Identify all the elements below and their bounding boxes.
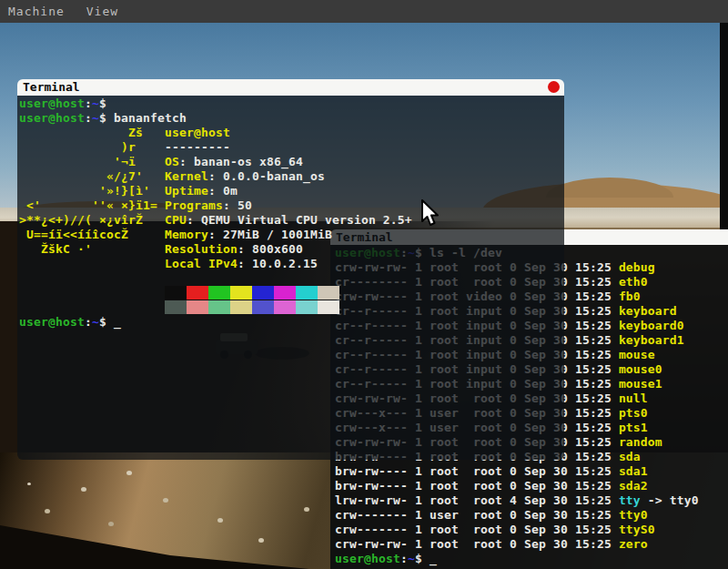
terminal-line: )r ---------: [19, 140, 564, 155]
terminal-text: [92, 242, 165, 256]
terminal1-title: Terminal: [23, 80, 80, 94]
terminal-text: 0m: [223, 184, 238, 198]
terminal-text: :: [223, 198, 238, 212]
terminal-line: Local IPv4: 10.0.2.15: [19, 257, 564, 271]
terminal-text: Local IPv4: [165, 257, 238, 270]
terminal-text: banan-os x86_64: [194, 155, 303, 168]
terminal-line: user@host:~$: [19, 97, 564, 111]
terminal-text: :: [85, 111, 92, 125]
terminal-text: [19, 286, 165, 300]
terminal-text: [157, 198, 165, 212]
terminal-text: bananfetch: [114, 111, 187, 125]
terminal-text: mouse0: [619, 362, 662, 376]
terminal-text: user@host: [19, 97, 85, 110]
terminal-text: [143, 126, 165, 139]
terminal-text: crw------- 1 user root 0 Sep 30 15:25: [335, 508, 619, 522]
palette-swatch: [296, 286, 318, 300]
terminal1-content[interactable]: user@host:~$user@host:~$ bananfetch Zš u…: [17, 96, 564, 460]
terminal-text: QEMU Virtual CPU version 2.5+: [201, 213, 412, 227]
terminal-line: ŽškC ·' Resolution: 800x600: [19, 242, 564, 257]
palette-swatch: [274, 286, 296, 300]
terminal-text: $: [99, 315, 114, 329]
terminal-text: lrw-rw-rw- 1 root root 4 Sep 30 15:25: [335, 493, 619, 507]
terminal-text: keyboard1: [619, 333, 684, 347]
terminal-text: ~: [92, 111, 99, 125]
terminal-text: user@host: [19, 315, 85, 329]
terminal-text: null: [619, 391, 648, 405]
terminal-text: 0.0.0-banan_os: [223, 169, 325, 183]
palette-swatch: [165, 286, 187, 300]
terminal-text: «/¿7': [19, 169, 143, 183]
terminal-text: OS: [165, 155, 179, 168]
terminal-text: [150, 184, 165, 198]
terminal-text: ---------: [165, 140, 230, 154]
terminal-text: $: [415, 552, 430, 565]
terminal-text: Uptime: [165, 184, 208, 198]
palette-swatch: [165, 300, 187, 314]
terminal-text: '¬ï: [19, 155, 136, 168]
terminal-line: [19, 286, 564, 300]
terminal-text: pts1: [619, 421, 648, 434]
terminal-text: eth0: [619, 275, 648, 289]
terminal-text: [143, 169, 165, 183]
terminal-text: :: [208, 184, 223, 198]
menu-view[interactable]: View: [86, 5, 118, 18]
terminal-text: mouse: [619, 348, 655, 361]
terminal-line: >**¿<+)//( ×¿vîrŽ CPU: QEMU Virtual CPU …: [19, 213, 564, 228]
terminal-line: user@host:~$ _: [335, 552, 728, 566]
terminal-text: :: [187, 213, 201, 227]
terminal-text: :: [208, 228, 223, 241]
terminal-text: Memory: [165, 228, 208, 241]
palette-swatch: [274, 300, 296, 314]
terminal-text: Zš: [19, 126, 143, 139]
terminal1-titlebar[interactable]: Terminal: [17, 79, 564, 96]
terminal-line: Zš user@host: [19, 126, 564, 140]
terminal-text: :: [85, 315, 92, 329]
terminal-text: [19, 300, 165, 314]
terminal-text: brw-rw---- 1 root root 0 Sep 30 15:25: [335, 479, 619, 493]
terminal-line: <' ''« ×}ï1= Programs: 50: [19, 198, 564, 213]
terminal-text: user@host: [19, 111, 85, 125]
menu-machine[interactable]: Machine: [8, 5, 65, 18]
terminal-text: :: [179, 155, 194, 168]
palette-swatch: [230, 286, 252, 300]
terminal-line: brw-rw---- 1 root root 0 Sep 30 15:25 sd…: [335, 464, 728, 479]
palette-swatch: [318, 286, 339, 300]
terminal-text: ~: [92, 97, 99, 110]
terminal-text: keyboard: [619, 304, 677, 318]
terminal-window-front[interactable]: Terminal user@host:~$user@host:~$ bananf…: [17, 79, 564, 460]
terminal-text: Programs: [165, 198, 223, 212]
palette-swatch: [208, 286, 230, 300]
terminal-text: mouse1: [619, 377, 662, 391]
terminal-text: U==íï<<ííîcocŽ: [19, 228, 128, 241]
terminal-line: lrw-rw-rw- 1 root root 4 Sep 30 15:25 tt…: [335, 493, 728, 508]
terminal-text: ~: [92, 315, 99, 329]
palette-swatch: [208, 300, 230, 314]
terminal-line: crw-rw-rw- 1 root root 0 Sep 30 15:25 ze…: [335, 537, 728, 552]
terminal-text: 800x600: [252, 242, 303, 256]
terminal-text: debug: [619, 260, 655, 274]
terminal-text: 10.0.2.15: [252, 257, 318, 270]
terminal-text: ttyS0: [619, 523, 655, 536]
close-button-icon[interactable]: [548, 81, 560, 93]
terminal-text: ŽškC ·': [19, 242, 92, 256]
terminal-text: keyboard0: [619, 319, 684, 332]
terminal-text: crw------- 1 root root 0 Sep 30 15:25: [335, 523, 619, 536]
terminal-text: :: [208, 169, 223, 183]
terminal-text: sda1: [619, 464, 648, 478]
palette-swatch: [318, 300, 339, 314]
terminal-text: [136, 155, 165, 168]
vm-menubar: Machine View: [0, 0, 728, 23]
terminal-text: ~: [408, 552, 415, 565]
terminal-text: Kernel: [165, 169, 208, 183]
terminal-text: brw-rw---- 1 root root 0 Sep 30 15:25: [335, 464, 619, 478]
terminal-line: user@host:~$ _: [19, 315, 564, 330]
terminal-text: CPU: [165, 213, 187, 227]
terminal-text: [136, 140, 165, 154]
terminal-line: '¬ï OS: banan-os x86_64: [19, 155, 564, 169]
terminal-text: tty0: [619, 508, 648, 522]
palette-swatch: [230, 300, 252, 314]
terminal-text: <' ''« ×}ï1=: [19, 198, 157, 212]
terminal-line: '»!}[ì' Uptime: 0m: [19, 184, 564, 198]
terminal-line: U==íï<<ííîcocŽ Memory: 27MiB / 1001MiB: [19, 228, 564, 242]
